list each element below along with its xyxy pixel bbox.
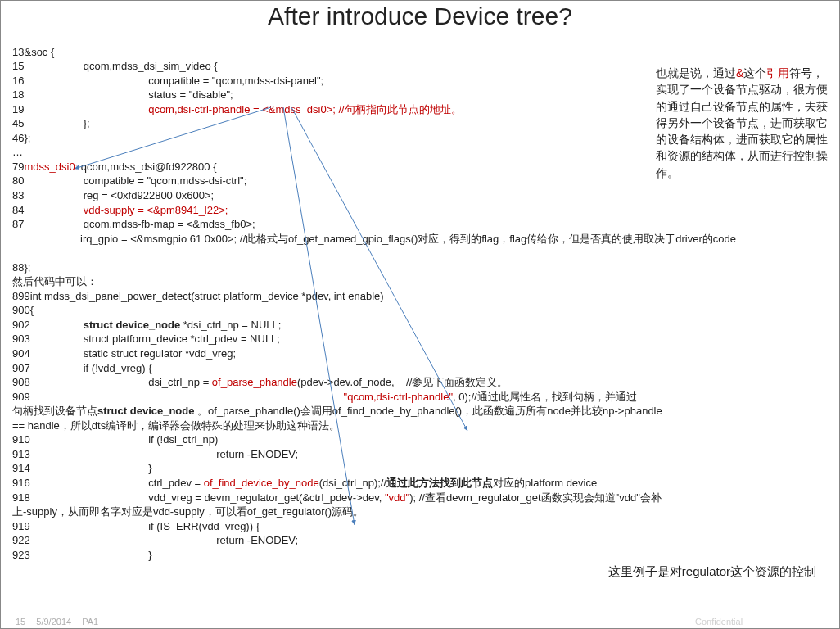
c: 913 return -ENODEV; — [12, 448, 298, 460]
c-bold: struct device_node — [97, 405, 197, 417]
c: 13&soc { — [12, 46, 54, 58]
c: 46}; — [12, 132, 30, 144]
c: irq_gpio = <&msmgpio 61 0x00>; //此格式与of_… — [12, 233, 736, 245]
sn-t: 这个 — [743, 66, 766, 79]
c: 。of_parse_phandle()会调用of_find_node_by_ph… — [197, 405, 662, 417]
c: 15 qcom,mdss_dsi_sim_video { — [12, 60, 218, 72]
c: (dsi_ctrl_np);// — [319, 477, 386, 489]
c: 923 } — [12, 549, 152, 561]
sn-red: 引用 — [766, 66, 789, 79]
c: 922 return -ENODEV; — [12, 534, 298, 546]
sn-red: & — [736, 66, 743, 79]
c: 16 compatible = "qcom,mdss-dsi-panel"; — [12, 75, 323, 87]
c: *dsi_ctrl_np = NULL; — [180, 319, 281, 331]
c-red: of_find_device_by_node — [204, 477, 319, 489]
c: qcom,mdss_dsi@fd922800 { — [78, 161, 216, 173]
c: 45 }; — [12, 117, 90, 129]
c: 79 — [12, 161, 24, 173]
c: ); //查看devm_regulator_get函数实现会知道"vdd"会补 — [409, 491, 662, 504]
c: == handle，所以dts编译时，编译器会做特殊的处理来协助这种语法。 — [12, 419, 340, 432]
c: 909 — [12, 391, 344, 403]
c-red: qcom,dsi-ctrl-phandle = <&mdss_dsi0>; //… — [148, 103, 462, 115]
c: 914 } — [12, 462, 152, 474]
c: 18 status = "disable"; — [12, 88, 233, 101]
c: 19 — [12, 103, 148, 115]
c-red: "qcom,dsi-ctrl-phandle" — [344, 391, 454, 403]
c: 907 if (!vdd_vreg) { — [12, 362, 152, 374]
side-note: 也就是说，通过&这个引用符号，实现了一个设备节点驱动，很方便的通过自己设备节点的… — [656, 65, 828, 181]
footer-confidential: Confidential — [695, 617, 743, 627]
c-red: of_parse_phandle — [212, 376, 297, 388]
c-bold: 通过此方法找到此节点 — [386, 477, 493, 489]
c: 919 if (IS_ERR(vdd_vreg)) { — [12, 520, 260, 532]
c-bold: struct device_node — [84, 319, 181, 331]
c: 句柄找到设备节点 — [12, 405, 97, 417]
c: 902 — [12, 319, 84, 331]
c-red: "vdd" — [385, 491, 409, 504]
c: 904 static struct regulator *vdd_vreg; — [12, 347, 236, 360]
sn-t: 也就是说，通过 — [656, 66, 736, 79]
c-red: vdd-supply = <&pm8941_l22>; — [84, 204, 228, 216]
c: 对应的platform device — [493, 477, 597, 489]
c: (pdev->dev.of_node, //参见下面函数定义。 — [297, 376, 508, 388]
c: 上-supply，从而即名字对应是vdd-supply，可以看of_get_re… — [12, 505, 364, 518]
c: 899int mdss_dsi_panel_power_detect(struc… — [12, 290, 384, 302]
c: … — [12, 146, 23, 158]
c: 87 qcom,mdss-fb-map = <&mdss_fb0>; — [12, 218, 255, 230]
slide-title: After introduce Device tree? — [1, 2, 839, 30]
footer-id: PA1 — [82, 617, 98, 627]
c: 84 — [12, 204, 84, 216]
sn-t: 符号，实现了一个设备节点驱动，很方便的通过自己设备节点的属性，去获得另外一个设备… — [656, 66, 828, 179]
footer: 15 5/9/2014 PA1 Confidential — [16, 617, 106, 627]
c: 88}; — [12, 261, 30, 274]
footer-page: 15 — [16, 617, 25, 627]
c: 903 struct platform_device *ctrl_pdev = … — [12, 333, 280, 345]
c-red: mdss_dsi0: — [24, 161, 78, 173]
c: 918 vdd_vreg = devm_regulator_get(&ctrl_… — [12, 491, 385, 504]
slide: After introduce Device tree? 13&soc { 15… — [0, 0, 840, 629]
c: 910 if (!dsi_ctrl_np) — [12, 433, 218, 446]
c: , 0);//通过此属性名，找到句柄，并通过 — [453, 391, 637, 403]
bottom-note: 这里例子是对regulator这个资源的控制 — [608, 564, 816, 580]
c: 900{ — [12, 304, 34, 316]
c: 908 dsi_ctrl_np = — [12, 376, 212, 388]
c: 然后代码中可以： — [12, 275, 97, 287]
c: 80 compatible = "qcom,mdss-dsi-ctrl"; — [12, 174, 246, 187]
c: 916 ctrl_pdev = — [12, 477, 204, 489]
c: 83 reg = <0xfd922800 0x600>; — [12, 189, 214, 201]
footer-date: 5/9/2014 — [36, 617, 71, 627]
